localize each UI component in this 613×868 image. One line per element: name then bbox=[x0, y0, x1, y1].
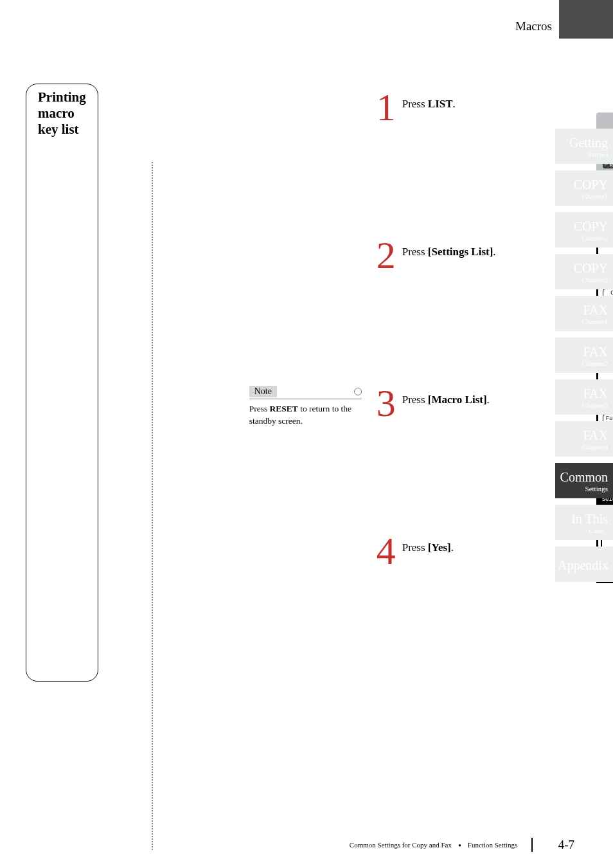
footer-right: Function Settings bbox=[468, 841, 517, 849]
tab-copy-chapter2[interactable]: COPYChapter2 bbox=[555, 212, 613, 248]
tab-fax-chapter1[interactable]: FAXChapter1 bbox=[555, 296, 613, 331]
tab-copy-chapter1[interactable]: COPYChapter1 bbox=[555, 170, 613, 206]
note-box: Note Press RESET to return to the standb… bbox=[249, 386, 362, 428]
step-1-number: 1 bbox=[370, 90, 402, 125]
tab-common-settings[interactable]: CommonSettings bbox=[555, 463, 613, 498]
step-2-bold: [Settings List] bbox=[428, 246, 493, 258]
step-4-post: . bbox=[451, 541, 454, 554]
tab-in-this-case-[interactable]: In ThisCase... bbox=[555, 505, 613, 540]
step-4-number: 4 bbox=[370, 534, 402, 568]
tab-fax-chapter2[interactable]: FAXChapter2 bbox=[555, 338, 613, 373]
tab-fax-chapter4[interactable]: FAXChapter4 bbox=[555, 421, 613, 457]
running-header: Macros bbox=[515, 19, 552, 33]
tab-copy-chapter3[interactable]: COPYChapter3 bbox=[555, 254, 613, 289]
note-body-pre: Press bbox=[249, 404, 270, 413]
step-1-bold: LIST bbox=[428, 98, 453, 110]
step-2-post: . bbox=[493, 246, 495, 258]
step-4-pre: Press bbox=[402, 541, 428, 554]
chapter-tabs: GettingStartedCOPYChapter1COPYChapter2CO… bbox=[555, 129, 613, 582]
step-2-text: Press [Settings List]. bbox=[402, 238, 496, 258]
step-2-number: 2 bbox=[370, 238, 402, 273]
note-body: Press RESET to return to the standby scr… bbox=[249, 403, 362, 428]
footer-page-number: 4-7 bbox=[558, 838, 574, 852]
step-3-pre: Press bbox=[402, 393, 428, 406]
step-1-post: . bbox=[453, 98, 456, 110]
step-1-pre: Press bbox=[402, 98, 428, 110]
tab-appendix-[interactable]: Appendix bbox=[555, 547, 613, 582]
step-4-bold: [Yes] bbox=[428, 541, 451, 554]
step-vertical-dots bbox=[152, 162, 153, 850]
note-label: Note bbox=[249, 386, 277, 397]
note-bullet-icon bbox=[354, 388, 362, 395]
footer-bar bbox=[531, 838, 533, 852]
footer-dot-icon: ● bbox=[458, 842, 461, 848]
step-3-bold: [Macro List] bbox=[428, 393, 487, 406]
note-body-bold: RESET bbox=[270, 404, 298, 413]
footer-left: Common Settings for Copy and Fax bbox=[350, 841, 452, 849]
step-3-text: Press [Macro List]. bbox=[402, 386, 490, 406]
step-1-text: Press LIST. bbox=[402, 90, 456, 111]
page-footer: Common Settings for Copy and Fax ● Funct… bbox=[350, 838, 574, 852]
section-title: Printing macro key list bbox=[26, 84, 98, 682]
step-3-number: 3 bbox=[370, 386, 402, 420]
step-4-text: Press [Yes]. bbox=[402, 534, 454, 554]
tab-getting-started[interactable]: GettingStarted bbox=[555, 129, 613, 164]
step-3-post: . bbox=[487, 393, 490, 406]
top-white-area bbox=[0, 0, 559, 39]
step-2-pre: Press bbox=[402, 246, 428, 258]
tab-fax-chapter3[interactable]: FAXChapter3 bbox=[555, 379, 613, 415]
